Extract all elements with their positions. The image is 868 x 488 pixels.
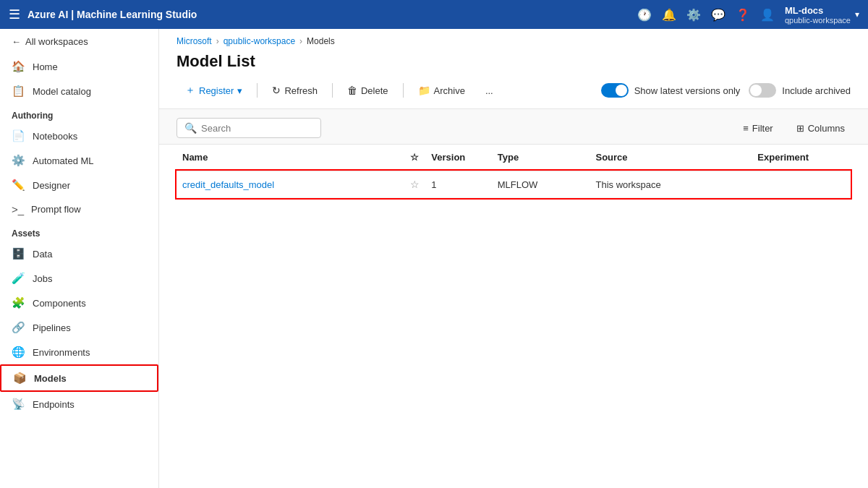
model-name-link[interactable]: credit_defaults_model — [182, 179, 274, 190]
back-label: All workspaces — [25, 36, 88, 47]
endpoints-icon: 📡 — [12, 398, 25, 411]
sidebar-item-jobs[interactable]: 🧪 Jobs — [0, 266, 158, 291]
user-name: ML-docs — [785, 5, 851, 16]
delete-button[interactable]: 🗑 Delete — [339, 80, 397, 100]
archive-button[interactable]: 📁 Archive — [409, 80, 474, 100]
include-archived-toggle-group: Include archived — [749, 83, 851, 98]
environments-icon: 🌐 — [12, 346, 25, 359]
main-content: Microsoft › qpublic-workspace › Models M… — [159, 29, 868, 488]
model-experiment-cell — [752, 171, 851, 198]
table-header-row: Name ☆ Version Type Source — [176, 145, 851, 171]
sidebar-item-label: Automated ML — [33, 155, 94, 166]
col-header-source: Source — [590, 145, 752, 171]
chevron-down-icon: ▾ — [237, 85, 242, 96]
jobs-icon: 🧪 — [12, 272, 25, 285]
back-to-workspaces[interactable]: ← All workspaces — [0, 29, 158, 54]
plus-icon: ＋ — [185, 84, 195, 97]
sidebar-item-label: Jobs — [33, 273, 52, 284]
breadcrumb: Microsoft › qpublic-workspace › Models — [159, 29, 868, 49]
model-favorite-cell: ☆ — [404, 171, 425, 198]
refresh-icon: ↻ — [272, 85, 281, 96]
notebooks-icon: 📄 — [12, 129, 25, 142]
col-header-version: Version — [425, 145, 491, 171]
user-workspace: qpublic-workspace — [785, 16, 851, 25]
search-box[interactable]: 🔍 — [176, 118, 321, 138]
refresh-button[interactable]: ↻ Refresh — [263, 80, 326, 100]
sidebar-item-label: Notebooks — [33, 131, 77, 142]
chevron-down-icon: ▾ — [855, 9, 859, 20]
toolbar-right: Show latest versions only Include archiv… — [601, 83, 851, 98]
model-table: Name ☆ Version Type Source — [176, 145, 851, 198]
show-latest-label: Show latest versions only — [634, 85, 741, 96]
bell-icon[interactable]: 🔔 — [662, 8, 676, 22]
breadcrumb-sep-1: › — [216, 36, 219, 46]
sidebar-item-label: Designer — [33, 180, 70, 191]
components-icon: 🧩 — [12, 296, 25, 309]
model-catalog-icon: 📋 — [12, 85, 25, 98]
sidebar-item-environments[interactable]: 🌐 Environments — [0, 340, 158, 364]
home-icon: 🏠 — [12, 60, 25, 73]
sidebar-item-notebooks[interactable]: 📄 Notebooks — [0, 124, 158, 148]
more-button[interactable]: ... — [477, 81, 502, 100]
sidebar-item-label: Environments — [33, 347, 90, 358]
sidebar-item-label: Home — [33, 61, 58, 72]
sidebar: ← All workspaces 🏠 Home 📋 Model catalog … — [0, 29, 159, 488]
sidebar-item-label: Data — [33, 249, 52, 260]
sidebar-item-label: Components — [33, 298, 86, 309]
show-latest-toggle[interactable] — [601, 83, 629, 98]
breadcrumb-workspace[interactable]: qpublic-workspace — [224, 36, 295, 46]
delete-icon: 🗑 — [347, 85, 357, 96]
register-button[interactable]: ＋ Register ▾ — [176, 80, 251, 101]
gear-icon[interactable]: ⚙️ — [686, 8, 701, 22]
star-header-icon: ☆ — [410, 152, 419, 163]
sidebar-item-designer[interactable]: ✏️ Designer — [0, 173, 158, 197]
sidebar-item-data[interactable]: 🗄️ Data — [0, 241, 158, 266]
page-title: Model List — [159, 49, 868, 80]
model-name-cell: credit_defaults_model — [176, 171, 404, 198]
archive-icon: 📁 — [418, 85, 430, 96]
col-header-name: Name — [176, 145, 404, 171]
sidebar-item-components[interactable]: 🧩 Components — [0, 291, 158, 315]
filter-icon: ≡ — [743, 123, 749, 134]
user-icon[interactable]: 👤 — [760, 8, 775, 22]
assets-section-label: Assets — [0, 221, 158, 241]
clock-icon[interactable]: 🕐 — [637, 8, 652, 22]
sidebar-item-automated-ml[interactable]: ⚙️ Automated ML — [0, 148, 158, 173]
sidebar-item-prompt-flow[interactable]: >_ Prompt flow — [0, 197, 158, 221]
favorite-star-icon[interactable]: ☆ — [410, 179, 420, 190]
filter-button[interactable]: ≡ Filter — [737, 120, 778, 137]
hamburger-icon[interactable]: ☰ — [9, 7, 20, 22]
user-block[interactable]: ML-docs qpublic-workspace ▾ — [785, 5, 859, 25]
sidebar-item-label: Models — [34, 373, 67, 384]
sidebar-item-endpoints[interactable]: 📡 Endpoints — [0, 392, 158, 416]
sidebar-item-models[interactable]: 📦 Models — [0, 364, 158, 392]
top-nav: ☰ Azure AI | Machine Learning Studio 🕐 🔔… — [0, 0, 868, 29]
data-icon: 🗄️ — [12, 247, 25, 260]
breadcrumb-microsoft[interactable]: Microsoft — [176, 36, 212, 46]
filter-col-right: ≡ Filter ⊞ Columns — [737, 120, 851, 137]
back-arrow-icon: ← — [12, 36, 21, 47]
help-icon[interactable]: ❓ — [736, 8, 750, 22]
models-icon: 📦 — [13, 372, 27, 385]
include-archived-toggle[interactable] — [749, 83, 776, 98]
model-version-cell: 1 — [425, 171, 491, 198]
search-input[interactable] — [201, 123, 313, 134]
chat-icon[interactable]: 💬 — [711, 8, 726, 22]
sidebar-item-label: Prompt flow — [31, 204, 81, 215]
sidebar-item-home[interactable]: 🏠 Home — [0, 54, 158, 79]
table-row[interactable]: credit_defaults_model ☆ 1 MLFLOW This wo… — [176, 171, 851, 198]
prompt-flow-icon: >_ — [12, 203, 24, 215]
sidebar-item-pipelines[interactable]: 🔗 Pipelines — [0, 315, 158, 340]
top-nav-right: 🕐 🔔 ⚙️ 💬 ❓ 👤 ML-docs qpublic-workspace ▾ — [637, 5, 859, 25]
col-header-type: Type — [492, 145, 590, 171]
toolbar-divider-2 — [332, 83, 333, 98]
col-header-experiment: Experiment — [752, 145, 851, 171]
app-title: Azure AI | Machine Learning Studio — [27, 9, 197, 20]
show-latest-toggle-group: Show latest versions only — [601, 83, 741, 98]
toggle-thumb — [750, 85, 762, 96]
sidebar-item-model-catalog[interactable]: 📋 Model catalog — [0, 79, 158, 103]
columns-button[interactable]: ⊞ Columns — [791, 120, 851, 137]
pipelines-icon: 🔗 — [12, 321, 25, 334]
columns-icon: ⊞ — [796, 123, 804, 134]
model-type-cell: MLFLOW — [492, 171, 590, 198]
